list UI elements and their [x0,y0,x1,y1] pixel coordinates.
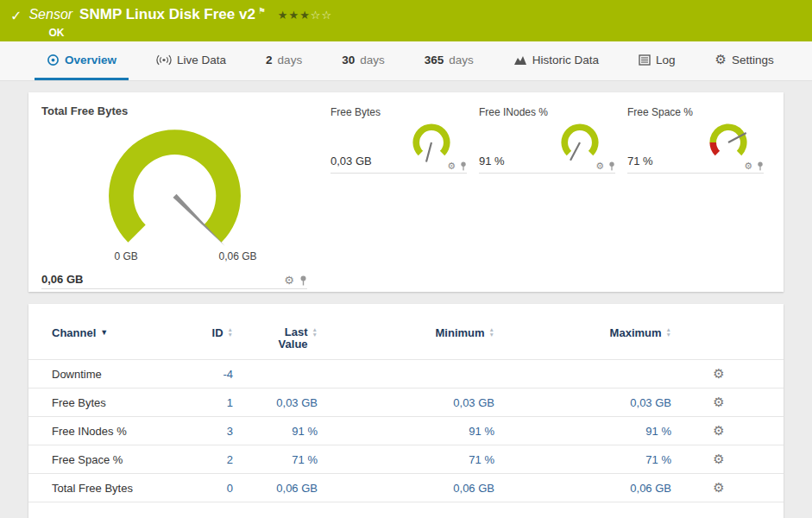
channel-name: Free Space % [28,453,190,466]
sort-icon: ▲▼ [312,327,318,338]
tab-label: Overview [65,54,116,66]
channel-last-value: 0,06 GB [233,482,318,495]
channel-maximum: 0,06 GB [494,482,671,495]
gauge-needle [570,142,580,161]
tab-label: days [278,54,303,66]
channel-id: 0 [190,482,233,495]
flag-icon[interactable]: ⚑ [258,6,266,16]
tab-label: Settings [732,54,774,66]
pin-icon[interactable] [757,161,764,171]
pin-icon[interactable] [608,161,615,171]
small-gauge-title: Free INodes % [479,106,615,118]
tab-label: days [449,54,474,66]
gauges-panel: Total Free Bytes 0 GB 0,06 GB 0,06 GB ⚙ [28,92,784,292]
prtg-sensor-page: ✓ Sensor SNMP Linux Disk Free v2 ⚑ ★★★☆☆… [0,0,812,518]
column-label: Maximum [610,326,662,339]
small-gauge-chart [408,120,455,165]
gauge-scale-max: 0,06 GB [218,250,256,262]
sensor-status-badge: OK [48,27,64,39]
table-row: Free Space % 2 71 % 71 % 71 % ⚙ [28,445,784,473]
tab-settings[interactable]: ⚙ Settings [703,41,786,80]
tab-number: 30 [342,54,355,66]
stars-filled: ★★★ [278,9,311,22]
small-gauge-value: 0,03 GB [330,155,372,167]
channel-minimum: 91 % [318,425,494,438]
historic-data-icon [513,54,527,66]
log-icon [639,54,651,66]
channel-name: Total Free Bytes [28,482,190,495]
channel-last-value: 91 % [233,425,318,438]
channel-name: Free INodes % [28,425,190,438]
small-gauge-value: 71 % [627,155,653,167]
gauge-settings-gear-icon[interactable]: ⚙ [595,161,604,171]
priority-stars[interactable]: ★★★☆☆ [278,9,332,22]
column-label: Minimum [436,326,485,339]
tab-overview[interactable]: Overview [35,41,129,80]
column-header-maximum[interactable]: Maximum ▲▼ [494,326,671,339]
tab-number: 2 [266,54,273,66]
gauge-settings-gear-icon[interactable]: ⚙ [284,275,294,286]
gauge-scale-min: 0 GB [115,250,138,262]
tab-number: 365 [425,54,444,66]
gauge-settings-gear-icon[interactable]: ⚙ [744,161,752,171]
tab-365-days[interactable]: 365 days [412,41,486,80]
channel-last-value: 0,03 GB [233,396,318,409]
gauge-needle [426,142,431,162]
channel-name: Downtime [28,368,190,381]
sensor-title: SNMP Linux Disk Free v2 [79,6,255,23]
channel-id: 3 [190,425,233,438]
tab-live-data[interactable]: Live Data [144,41,238,80]
tab-label: Live Data [177,54,226,66]
small-gauge-free-inodes: Free INodes % 91 % ⚙ [479,104,615,292]
sensor-header: ✓ Sensor SNMP Linux Disk Free v2 ⚑ ★★★☆☆… [0,0,812,41]
small-gauge-free-bytes: Free Bytes 0,03 GB ⚙ [330,104,467,292]
channel-settings-gear-icon[interactable]: ⚙ [713,366,724,381]
stars-empty: ☆☆ [311,9,332,22]
channel-settings-gear-icon[interactable]: ⚙ [713,480,724,495]
small-gauges-row: Free Bytes 0,03 GB ⚙ Free [330,104,766,292]
gauge-settings-gear-icon[interactable]: ⚙ [447,161,456,171]
column-header-id[interactable]: ID ▲▼ [190,326,233,339]
channel-maximum: 0,03 GB [494,396,671,409]
tab-2-days[interactable]: 2 days [254,41,314,80]
channel-id: 2 [190,453,233,466]
main-gauge-block: Total Free Bytes 0 GB 0,06 GB 0,06 GB ⚙ [41,104,307,292]
content-area: Total Free Bytes 0 GB 0,06 GB 0,06 GB ⚙ [0,81,812,518]
overview-icon [47,54,60,66]
channel-settings-gear-icon[interactable]: ⚙ [713,395,724,409]
small-gauge-title: Free Space % [627,106,764,118]
column-header-channel[interactable]: Channel ▼ [28,326,190,339]
column-label: Channel [52,326,96,339]
channels-table-panel: Channel ▼ ID ▲▼ Last Value ▲▼ Minimum ▲▼… [28,304,784,518]
tab-log[interactable]: Log [626,41,688,80]
table-row: Total Free Bytes 0 0,06 GB 0,06 GB 0,06 … [28,473,784,502]
channel-settings-gear-icon[interactable]: ⚙ [713,452,724,466]
channel-id: -4 [190,368,233,381]
small-gauge-chart [557,120,603,165]
small-gauge-title: Free Bytes [330,106,467,118]
pin-icon[interactable] [460,161,467,171]
tab-label: Historic Data [532,54,599,66]
sort-desc-icon: ▼ [100,328,108,337]
table-row: Free INodes % 3 91 % 91 % 91 % ⚙ [28,416,784,445]
tab-label: days [360,54,385,66]
sort-icon: ▲▼ [489,327,494,338]
column-header-minimum[interactable]: Minimum ▲▼ [318,326,494,339]
tab-label: Log [656,54,676,66]
small-gauge-chart [705,120,752,165]
pin-icon[interactable] [299,275,307,286]
tab-bar: Overview Live Data 2 days 30 days 365 da… [0,41,812,81]
column-header-last-value[interactable]: Last Value ▲▼ [233,326,318,351]
channel-minimum: 71 % [318,453,494,466]
tab-30-days[interactable]: 30 days [330,41,397,80]
table-row: Free Bytes 1 0,03 GB 0,03 GB 0,03 GB ⚙ [28,388,784,416]
channel-maximum: 71 % [494,453,671,466]
small-gauge-free-space: Free Space % 71 % ⚙ [627,104,764,292]
column-label: ID [212,326,223,339]
table-header-row: Channel ▼ ID ▲▼ Last Value ▲▼ Minimum ▲▼… [28,326,784,359]
channel-maximum: 91 % [494,425,671,438]
channel-minimum: 0,06 GB [318,482,494,495]
channel-settings-gear-icon[interactable]: ⚙ [713,423,724,438]
main-gauge-chart [91,117,259,266]
tab-historic-data[interactable]: Historic Data [501,41,611,80]
